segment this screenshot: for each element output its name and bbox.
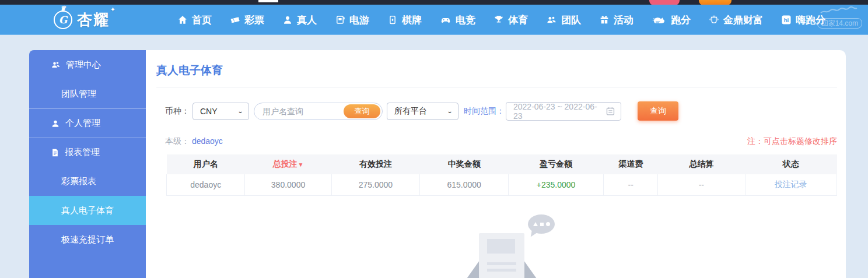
person-icon bbox=[282, 15, 293, 25]
col-header-total-settle[interactable]: 总结算 bbox=[658, 154, 745, 174]
ticket-icon bbox=[230, 15, 240, 25]
envelope-flap-right bbox=[524, 261, 537, 278]
nav-label: 电游 bbox=[349, 13, 369, 27]
cell-win-amount: 615.0000 bbox=[420, 174, 509, 195]
sidebar-item-team-manage[interactable]: 团队管理 bbox=[29, 79, 146, 108]
nav-item-sports[interactable]: 体育 bbox=[494, 13, 528, 27]
nav-item-jinding[interactable]: 金鼎财富 bbox=[709, 13, 763, 27]
sidebar: 管理中心 团队管理 个人管理 报表管理 彩票报表 真人电子体育 极速充提订单 bbox=[29, 50, 146, 278]
nav-item-esports[interactable]: 电竞 bbox=[440, 13, 475, 27]
col-header-status[interactable]: 状态 bbox=[745, 154, 836, 174]
chevron-down-icon: ⌄ bbox=[447, 108, 453, 114]
col-label: 渠道费 bbox=[618, 159, 643, 168]
arcade-machine-icon bbox=[335, 15, 345, 25]
nav-item-hipaofen[interactable]: hi 嗨跑分 bbox=[781, 13, 825, 27]
nav-item-lottery[interactable]: 彩票 bbox=[230, 13, 264, 27]
sort-desc-icon: ▼ bbox=[298, 161, 304, 168]
col-header-win-amount[interactable]: 中奖金额 bbox=[420, 154, 509, 174]
calendar-icon bbox=[606, 106, 615, 116]
nav-label: 体育 bbox=[508, 13, 528, 27]
nav-item-live[interactable]: 真人 bbox=[282, 13, 317, 27]
sidebar-item-admin-center[interactable]: 管理中心 bbox=[29, 50, 146, 79]
cell-total-bet: 380.0000 bbox=[245, 174, 331, 195]
col-label: 盈亏金额 bbox=[540, 159, 572, 168]
sidebar-item-lottery-report[interactable]: 彩票报表 bbox=[29, 167, 146, 196]
col-label: 总投注 bbox=[273, 159, 298, 168]
circle-shape bbox=[546, 222, 550, 226]
speech-bubble-icon bbox=[528, 214, 555, 234]
currency-value: CNY bbox=[200, 107, 218, 116]
nav-label: 跑分 bbox=[671, 13, 691, 27]
site-logo[interactable]: ♛ G 杏耀 ✦ bbox=[54, 10, 110, 30]
currency-label: 币种： bbox=[165, 106, 190, 117]
trophy-icon bbox=[494, 15, 504, 25]
logo-emblem-icon: ♛ G bbox=[54, 10, 72, 29]
sidebar-item-fast-orders[interactable]: 极速充提订单 bbox=[29, 225, 146, 254]
logo-text: 杏耀 ✦ bbox=[77, 10, 110, 30]
level-user-link[interactable]: dedaoyc bbox=[192, 136, 223, 146]
table-row: dedaoyc 380.0000 275.0000 615.0000 +235.… bbox=[167, 174, 837, 195]
bet-record-link[interactable]: 投注记录 bbox=[775, 180, 807, 189]
cell-total-settle: -- bbox=[658, 174, 745, 195]
report-table: 用户名 总投注▼ 有效投注 中奖金额 盈亏金额 渠道费 总结算 状态 dedao… bbox=[166, 154, 837, 196]
nav-label: 彩票 bbox=[244, 13, 264, 27]
date-range-input[interactable]: 2022-06-23 ~ 2022-06-23 bbox=[506, 102, 621, 121]
filter-bar: 币种： CNY ⌄ 查询 所有平台 ⌄ 时间范围： 2022-06-23 ~ 2… bbox=[165, 101, 846, 121]
sidebar-item-report-manage[interactable]: 报表管理 bbox=[29, 138, 146, 167]
date-range-label: 时间范围： bbox=[464, 106, 505, 117]
currency-select[interactable]: CNY ⌄ bbox=[192, 103, 249, 120]
nav-item-team[interactable]: 团队 bbox=[546, 13, 581, 27]
col-header-total-bet[interactable]: 总投注▼ bbox=[245, 154, 331, 174]
col-header-channel-fee[interactable]: 渠道费 bbox=[604, 154, 658, 174]
ding-cauldron-icon bbox=[709, 15, 719, 25]
sidebar-label: 真人电子体育 bbox=[61, 205, 114, 216]
nav-item-activity[interactable]: 活动 bbox=[599, 13, 634, 27]
cell-profit: +235.0000 bbox=[508, 174, 603, 195]
main-navbar: ♛ G 杏耀 ✦ 首页 彩票 真人 电游 棋牌 电竞 bbox=[0, 5, 868, 35]
sidebar-item-live-esports[interactable]: 真人电子体育 bbox=[29, 196, 146, 225]
nav-item-home[interactable]: 首页 bbox=[177, 13, 212, 27]
nav-label: 团队 bbox=[561, 13, 581, 27]
page-title: 真人电子体育 bbox=[146, 50, 846, 78]
platform-select[interactable]: 所有平台 ⌄ bbox=[387, 103, 459, 120]
username-search-input[interactable] bbox=[262, 107, 338, 116]
col-header-username[interactable]: 用户名 bbox=[167, 154, 245, 174]
topbar-link[interactable] bbox=[258, 0, 278, 2]
nav-item-paofen[interactable]: 跑分 bbox=[652, 13, 691, 27]
search-button[interactable]: 查询 bbox=[638, 101, 678, 121]
crown-icon: ♛ bbox=[60, 5, 66, 12]
level-label: 本级： bbox=[165, 136, 190, 146]
col-header-valid-bet[interactable]: 有效投注 bbox=[331, 154, 420, 174]
title-divider bbox=[156, 87, 837, 87]
nav-item-slots[interactable]: 电游 bbox=[335, 13, 369, 27]
main-nav: 首页 彩票 真人 电游 棋牌 电竞 体育 团队 bbox=[177, 13, 825, 27]
gamepad-icon bbox=[440, 15, 452, 25]
sparkle-icon: ✦ bbox=[110, 6, 117, 13]
sidebar-label: 个人管理 bbox=[65, 118, 100, 129]
report-icon bbox=[51, 148, 60, 157]
top-system-bar bbox=[0, 0, 868, 5]
username-search-wrap: 查询 bbox=[254, 103, 383, 120]
nav-label: 首页 bbox=[192, 13, 212, 27]
nav-label: 棋牌 bbox=[402, 13, 422, 27]
team-icon bbox=[546, 15, 557, 25]
nav-label: 金鼎财富 bbox=[723, 13, 763, 27]
username-search-button[interactable]: 查询 bbox=[344, 104, 380, 118]
sidebar-item-personal-manage[interactable]: 个人管理 bbox=[29, 108, 146, 138]
square-shape bbox=[540, 223, 544, 226]
col-label: 总结算 bbox=[689, 159, 713, 168]
level-info: 本级： dedaoyc bbox=[165, 136, 223, 147]
cell-username: dedaoyc bbox=[167, 174, 245, 195]
playing-card-icon bbox=[387, 15, 398, 25]
nav-label: 电竞 bbox=[456, 13, 475, 27]
cell-status: 投注记录 bbox=[745, 174, 836, 195]
col-header-profit[interactable]: 盈亏金额 bbox=[508, 154, 603, 174]
hi-icon: hi bbox=[781, 15, 792, 25]
nav-label: 真人 bbox=[297, 13, 317, 27]
home-icon bbox=[177, 15, 188, 25]
nav-item-poker[interactable]: 棋牌 bbox=[387, 13, 422, 27]
sort-hint-note: 注：可点击标题修改排序 bbox=[747, 136, 837, 147]
gift-icon bbox=[599, 15, 610, 25]
date-range-value: 2022-06-23 ~ 2022-06-23 bbox=[513, 102, 606, 121]
platform-value: 所有平台 bbox=[394, 106, 427, 117]
